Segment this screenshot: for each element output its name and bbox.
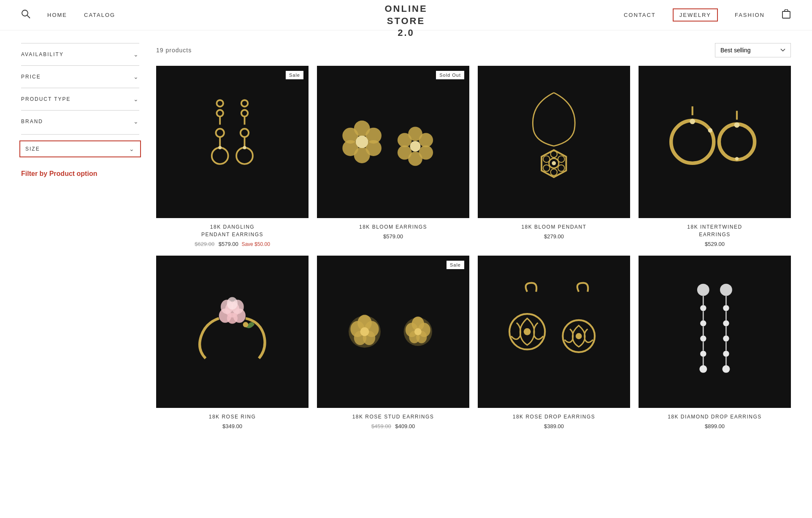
svg-point-85	[700, 351, 706, 357]
svg-point-97	[723, 365, 730, 373]
product-image-placeholder	[156, 66, 309, 218]
price-regular: $899.00	[705, 423, 725, 429]
product-name: 18K BLOOM EARRINGS	[317, 223, 469, 231]
product-image-placeholder	[317, 256, 469, 408]
filter-price-header[interactable]: PRICE ⌄	[21, 73, 139, 80]
product-price: $349.00	[156, 423, 309, 429]
product-image-placeholder	[156, 256, 309, 408]
product-image: Sale	[317, 256, 469, 408]
svg-point-64	[360, 327, 369, 336]
svg-point-57	[243, 322, 249, 327]
product-name: 18K DANGLINGPENDANT EARRINGS	[156, 223, 309, 238]
chevron-down-icon: ⌄	[133, 51, 139, 58]
product-name: 18K ROSE RING	[156, 413, 309, 421]
svg-point-43	[708, 128, 713, 133]
products-count: 19 products	[156, 47, 192, 54]
svg-point-95	[723, 351, 729, 357]
svg-point-9	[216, 129, 224, 137]
product-price: $459.00 $409.00	[317, 423, 469, 429]
price-sale: $409.00	[395, 423, 415, 429]
product-price: $899.00	[639, 423, 791, 429]
product-price: $579.00	[317, 233, 469, 240]
sort-select[interactable]: Best selling Price: Low to High Price: H…	[715, 43, 791, 57]
search-button[interactable]	[21, 9, 30, 21]
nav-fashion[interactable]: FASHION	[735, 12, 765, 18]
svg-point-93	[723, 336, 729, 342]
price-regular: $579.00	[383, 233, 403, 240]
product-card[interactable]: 18K DIAMOND DROP EARRINGS $899.00	[639, 256, 791, 429]
svg-point-56	[227, 297, 238, 309]
price-regular: $529.00	[705, 241, 725, 247]
svg-point-39	[552, 161, 556, 165]
svg-point-79	[700, 305, 706, 311]
filter-availability-header[interactable]: AVAILABILITY ⌄	[21, 51, 139, 58]
product-name: 18K BLOOM PENDANT	[478, 223, 630, 231]
nav-catalog[interactable]: CATALOG	[84, 12, 115, 18]
product-image	[156, 256, 309, 408]
right-nav: CONTACT JEWELRY FASHION	[624, 8, 765, 22]
filter-size: SIZE ⌄	[21, 134, 139, 163]
svg-point-73	[524, 328, 531, 335]
product-card[interactable]: 18K ROSE DROP EARRINGS $389.00	[478, 256, 630, 429]
product-image-placeholder	[478, 256, 630, 408]
product-name: 18K DIAMOND DROP EARRINGS	[639, 413, 791, 421]
svg-point-42	[690, 119, 696, 124]
svg-point-30	[410, 141, 421, 151]
nav-jewelry[interactable]: JEWELRY	[673, 8, 718, 22]
svg-point-38	[558, 165, 565, 172]
product-badge-sale: Sale	[286, 71, 303, 79]
product-price: $529.00	[639, 241, 791, 247]
product-card[interactable]: Sale 18K DANGLINGPENDANT EARRINGS $629.0…	[156, 66, 309, 247]
svg-point-35	[543, 156, 550, 163]
main-container: AVAILABILITY ⌄ PRICE ⌄ PRODUCT TYPE ⌄ BR…	[0, 30, 812, 442]
price-sale: $579.00	[219, 241, 238, 247]
nav-contact[interactable]: CONTACT	[624, 12, 656, 18]
product-image-placeholder	[317, 66, 469, 218]
chevron-down-icon: ⌄	[133, 118, 139, 125]
price-regular: $389.00	[544, 423, 564, 429]
nav-home[interactable]: HOME	[47, 12, 67, 18]
product-card[interactable]: Sold Out 18K BLOOM EARRINGS $579.00	[317, 66, 469, 247]
svg-point-47	[735, 157, 739, 160]
filter-size-header[interactable]: SIZE ⌄	[19, 140, 141, 157]
filter-by-product-option: Filter by Product option	[21, 170, 139, 178]
products-area: 19 products Best selling Price: Low to H…	[156, 43, 791, 429]
price-save: Save $50.00	[241, 241, 270, 247]
product-image	[478, 66, 630, 218]
svg-point-46	[734, 122, 740, 128]
product-card[interactable]: 18K ROSE RING $349.00	[156, 256, 309, 429]
header: HOME CATALOG ELLIE ONLINE STORE 2.0 CONT…	[0, 0, 812, 30]
svg-point-13	[212, 148, 228, 164]
product-card[interactable]: Sale 18K ROSE STUD EARRINGS $459.00 $409…	[317, 256, 469, 429]
price-original: $459.00	[371, 423, 391, 429]
product-name: 18K INTERTWINEDEARRINGS	[639, 223, 791, 238]
price-regular: $349.00	[222, 423, 242, 429]
cart-button[interactable]	[782, 9, 791, 21]
filter-product-type-label: PRODUCT TYPE	[21, 96, 71, 102]
svg-point-33	[551, 151, 558, 158]
filter-product-type: PRODUCT TYPE ⌄	[21, 88, 139, 110]
filter-price-label: PRICE	[21, 74, 41, 80]
filter-brand-header[interactable]: BRAND ⌄	[21, 118, 139, 125]
svg-point-16	[243, 146, 246, 149]
filter-size-label: SIZE	[25, 146, 40, 152]
filter-availability: AVAILABILITY ⌄	[21, 43, 139, 65]
product-image-placeholder	[639, 66, 791, 218]
product-image-placeholder	[478, 66, 630, 218]
svg-point-28	[398, 146, 412, 160]
product-card[interactable]: 18K INTERTWINEDEARRINGS $529.00	[639, 66, 791, 247]
product-image-placeholder	[639, 256, 791, 408]
product-card[interactable]: 18K BLOOM PENDANT $279.00	[478, 66, 630, 247]
svg-point-71	[414, 328, 422, 335]
svg-point-89	[723, 305, 729, 311]
svg-point-75	[576, 333, 582, 340]
product-image	[639, 66, 791, 218]
product-badge-sale: Sale	[447, 261, 464, 269]
filter-product-type-header[interactable]: PRODUCT TYPE ⌄	[21, 96, 139, 103]
chevron-down-icon: ⌄	[133, 96, 139, 103]
svg-point-4	[241, 100, 248, 107]
svg-point-23	[356, 136, 368, 148]
product-name: 18K ROSE STUD EARRINGS	[317, 413, 469, 421]
svg-point-10	[241, 129, 249, 137]
product-price: $629.00 $579.00 Save $50.00	[156, 241, 309, 247]
